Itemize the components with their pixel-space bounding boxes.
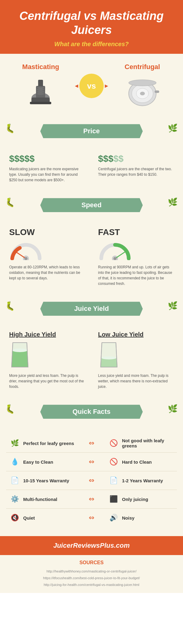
- low-juice-glass: [98, 341, 120, 369]
- high-yield-desc: More juice yield and less foam. The pulp…: [9, 373, 85, 389]
- slow-gauge: [9, 240, 43, 260]
- price-right: $$$$$ Centrifugal juicers are the cheape…: [98, 153, 174, 177]
- fact-left-functions: ⚙️ Multi-functional: [9, 494, 75, 505]
- leafy-greens-icon: 🌿: [9, 438, 20, 449]
- fact-right-functions: ⬛ Only juicing: [108, 494, 174, 505]
- svg-point-3: [37, 86, 44, 89]
- svg-point-4: [37, 88, 44, 91]
- source-2: https://itfocushealth.com/best-cold-pres…: [6, 575, 177, 581]
- main-title: Centrifugal vs Masticating Juicers: [6, 9, 177, 37]
- svg-line-19: [115, 252, 125, 259]
- svg-point-21: [12, 348, 27, 352]
- price-right-dollars: $$$$$: [98, 153, 174, 164]
- double-arrow-icon: ⇔: [89, 439, 94, 447]
- source-3: http://juicing-for-health.com/centrifuga…: [6, 581, 177, 588]
- easy-clean-label: Easy to Clean: [23, 459, 53, 465]
- svg-point-20: [113, 257, 117, 260]
- juice-yield-right: Low Juice Yield Less juice yield and mor…: [98, 331, 174, 389]
- fact-row-noise: 🔇 Quiet ⇔ 🔊 Noisy: [6, 509, 177, 527]
- speed-left: SLOW Operate at 80-120RPM, which leads t…: [9, 227, 85, 281]
- masticating-juicer-image: [21, 75, 60, 109]
- sources-title: SOURCES: [6, 560, 177, 565]
- double-arrow-icon-3: ⇔: [89, 477, 94, 484]
- juice-yield-section: 🐛 🌿 Juice Yield High Juice Yield More ju…: [0, 296, 183, 399]
- svg-rect-13: [155, 90, 159, 93]
- fact-row-warranty: 📄 10-15 Years Warranty ⇔ 📄 1-2 Years War…: [6, 471, 177, 490]
- long-warranty-label: 10-15 Years Warranty: [23, 478, 69, 483]
- multifunctional-icon: ⚙️: [9, 494, 20, 505]
- quick-facts-section: 🐛 🌿 Quick Facts 🌿 Perfect for leafy gree…: [0, 399, 183, 536]
- vs-section: Masticating vs Centrifugal: [0, 54, 183, 118]
- fast-gauge: [98, 240, 132, 260]
- svg-rect-8: [30, 102, 51, 104]
- speed-left-desc: Operate at 80-120RPM, which leads to les…: [9, 264, 85, 281]
- speed-right-label: FAST: [98, 227, 174, 237]
- speed-bug-right: 🌿: [168, 197, 178, 207]
- centrifugal-label: Centrifugal: [125, 63, 160, 71]
- yield-bug-right: 🌿: [168, 301, 178, 311]
- price-header: Price: [40, 124, 143, 138]
- fact-row-greens: 🌿 Perfect for leafy greens ⇔ 🚫 Not good …: [6, 434, 177, 453]
- quiet-icon: 🔇: [9, 512, 20, 523]
- svg-point-12: [140, 92, 145, 95]
- fact-right-noise: 🔊 Noisy: [108, 512, 174, 523]
- speed-right: FAST Running at 900RPM and up. Lots of a…: [98, 227, 174, 286]
- juice-yield-left: High Juice Yield More juice yield and le…: [9, 331, 85, 389]
- subtitle: What are the differences?: [6, 41, 177, 48]
- svg-point-22: [102, 356, 116, 359]
- double-arrow-icon-2: ⇔: [89, 458, 94, 466]
- fact-left-warranty: 📄 10-15 Years Warranty: [9, 475, 75, 486]
- short-warranty-label: 1-2 Years Warranty: [122, 478, 163, 483]
- double-arrow-icon-4: ⇔: [89, 495, 94, 503]
- svg-line-16: [16, 252, 26, 259]
- juice-yield-header: Juice Yield: [40, 302, 143, 316]
- noisy-icon: 🔊: [108, 512, 119, 523]
- footer: JuicerReviewsPlus.com: [0, 536, 183, 555]
- fact-left-greens: 🌿 Perfect for leafy greens: [9, 438, 75, 449]
- price-left-dollars: $$$$$: [9, 153, 85, 164]
- fact-row-functions: ⚙️ Multi-functional ⇔ ⬛ Only juicing: [6, 490, 177, 509]
- price-content: $$$$$ Masticating juicers are the more e…: [6, 153, 177, 183]
- fact-right-clean: 🚫 Hard to Clean: [108, 456, 174, 467]
- masticating-label: Masticating: [22, 63, 59, 71]
- price-left-desc: Masticating juicers are the more expensi…: [9, 166, 85, 183]
- svg-point-14: [129, 80, 156, 86]
- bug-icon-right: 🌿: [168, 123, 178, 133]
- hard-clean-icon: 🚫: [108, 456, 119, 467]
- price-section: 🐛 🌿 Price $$$$$ Masticating juicers are …: [0, 118, 183, 192]
- speed-right-desc: Running at 900RPM and up. Lots of air ge…: [98, 264, 174, 286]
- warranty-short-icon: 📄: [108, 475, 119, 486]
- warranty-long-icon: 📄: [9, 475, 20, 486]
- high-juice-glass: [9, 341, 30, 369]
- fact-arrow-clean: ⇔: [75, 458, 108, 466]
- low-yield-desc: Less juice yield and more foam. The pulp…: [98, 373, 174, 389]
- no-leafy-icon: 🚫: [108, 438, 119, 449]
- fact-arrow-greens: ⇔: [75, 439, 108, 447]
- only-juicing-icon: ⬛: [108, 494, 119, 505]
- double-arrow-icon-5: ⇔: [89, 514, 94, 522]
- price-left: $$$$$ Masticating juicers are the more e…: [9, 153, 85, 183]
- svg-point-5: [37, 90, 44, 93]
- price-right-desc: Centrifugal juicers are the cheaper of t…: [98, 166, 174, 177]
- masticating-juicer-svg: [22, 77, 59, 107]
- speed-left-label: SLOW: [9, 227, 85, 237]
- easy-clean-icon: 💧: [9, 456, 20, 467]
- sources-section: SOURCES http://healthywithhoney.com/mast…: [0, 555, 183, 593]
- only-juicing-label: Only juicing: [122, 497, 148, 502]
- source-1: http://healthywithhoney.com/masticating-…: [6, 568, 177, 575]
- hard-clean-label: Hard to Clean: [122, 459, 152, 465]
- centrifugal-juicer-image: [123, 75, 162, 109]
- fact-right-greens: 🚫 Not good with leafy greens: [108, 438, 174, 449]
- perfect-leafy-label: Perfect for leafy greens: [23, 441, 74, 446]
- high-yield-label: High Juice Yield: [9, 331, 85, 338]
- speed-content: SLOW Operate at 80-120RPM, which leads t…: [6, 227, 177, 286]
- fact-left-noise: 🔇 Quiet: [9, 512, 75, 523]
- fact-arrow-noise: ⇔: [75, 514, 108, 522]
- svg-point-6: [37, 93, 44, 95]
- vs-circle: vs: [79, 74, 104, 98]
- low-yield-label: Low Juice Yield: [98, 331, 174, 338]
- fact-arrow-warranty: ⇔: [75, 477, 108, 484]
- noisy-label: Noisy: [122, 515, 135, 521]
- masticating-side: Masticating: [10, 63, 71, 109]
- speed-section: 🐛 🌿 Speed SLOW Operate at 80-120RPM, whi…: [0, 192, 183, 296]
